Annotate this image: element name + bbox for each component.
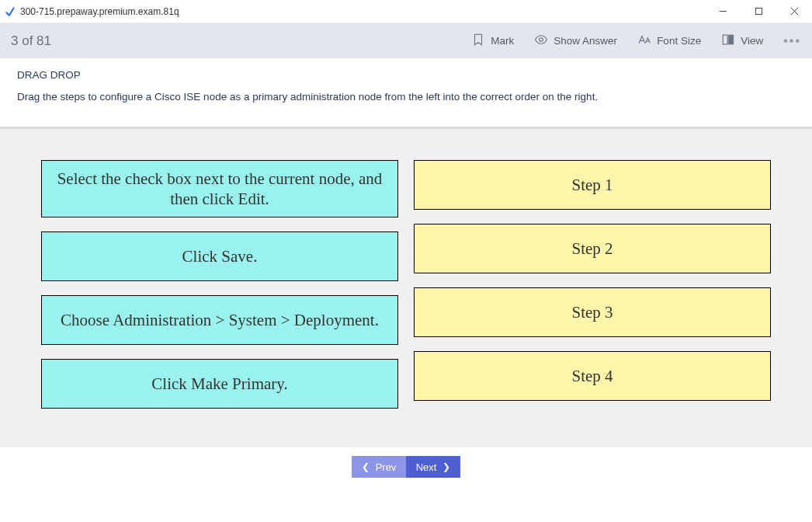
font-size-icon bbox=[637, 33, 651, 49]
view-button[interactable]: View bbox=[721, 33, 763, 49]
footer-nav: ❮ Prev Next ❯ bbox=[0, 447, 812, 486]
svg-rect-6 bbox=[729, 35, 734, 44]
window-titlebar: 300-715.prepaway.premium.exam.81q bbox=[0, 0, 812, 23]
prev-label: Prev bbox=[376, 461, 397, 473]
question-header: DRAG DROP Drag the steps to configure a … bbox=[0, 58, 812, 127]
mark-label: Mark bbox=[491, 35, 514, 47]
window-controls bbox=[705, 0, 812, 23]
more-options-button[interactable]: ••• bbox=[783, 34, 801, 48]
target-column: Step 1 Step 2 Step 3 Step 4 bbox=[414, 160, 771, 409]
show-answer-button[interactable]: Show Answer bbox=[534, 33, 617, 49]
chevron-left-icon: ❮ bbox=[362, 461, 370, 472]
svg-rect-1 bbox=[755, 8, 762, 14]
drag-grid: Select the check box next to the current… bbox=[41, 160, 771, 409]
drop-target-slot[interactable]: Step 4 bbox=[414, 351, 771, 401]
svg-rect-5 bbox=[723, 35, 727, 44]
font-size-label: Font Size bbox=[657, 35, 701, 47]
titlebar-left: 300-715.prepaway.premium.exam.81q bbox=[5, 6, 179, 17]
drag-source-item[interactable]: Click Save. bbox=[41, 231, 398, 281]
view-label: View bbox=[741, 35, 763, 47]
drag-source-item[interactable]: Click Make Primary. bbox=[41, 359, 398, 409]
mark-button[interactable]: Mark bbox=[471, 33, 514, 49]
drag-drop-panel: Select the check box next to the current… bbox=[0, 127, 812, 448]
view-icon bbox=[721, 33, 735, 49]
drag-source-item[interactable]: Select the check box next to the current… bbox=[41, 160, 398, 218]
source-column: Select the check box next to the current… bbox=[41, 160, 398, 409]
next-button[interactable]: Next ❯ bbox=[406, 456, 460, 478]
chevron-right-icon: ❯ bbox=[442, 461, 450, 472]
app-logo-icon bbox=[5, 6, 16, 17]
drop-target-slot[interactable]: Step 2 bbox=[414, 224, 771, 273]
drop-target-slot[interactable]: Step 3 bbox=[414, 287, 771, 337]
question-type-label: DRAG DROP bbox=[17, 69, 795, 81]
drag-source-item[interactable]: Choose Administration > System > Deploym… bbox=[41, 295, 398, 345]
toolbar-actions: Mark Show Answer Font Size View ••• bbox=[471, 33, 801, 49]
prev-button[interactable]: ❮ Prev bbox=[352, 456, 406, 478]
window-close-button[interactable] bbox=[776, 0, 812, 23]
question-prompt: Drag the steps to configure a Cisco ISE … bbox=[17, 90, 795, 105]
question-counter: 3 of 81 bbox=[11, 33, 51, 49]
window-minimize-button[interactable] bbox=[705, 0, 741, 23]
window-title: 300-715.prepaway.premium.exam.81q bbox=[20, 6, 179, 17]
drop-target-slot[interactable]: Step 1 bbox=[414, 160, 771, 210]
font-size-button[interactable]: Font Size bbox=[637, 33, 701, 49]
eye-icon bbox=[534, 33, 548, 49]
show-answer-label: Show Answer bbox=[553, 35, 617, 47]
next-label: Next bbox=[416, 461, 437, 473]
window-maximize-button[interactable] bbox=[741, 0, 776, 23]
bookmark-icon bbox=[471, 33, 485, 49]
svg-point-4 bbox=[540, 38, 543, 42]
main-toolbar: 3 of 81 Mark Show Answer Font Size View bbox=[0, 23, 812, 58]
